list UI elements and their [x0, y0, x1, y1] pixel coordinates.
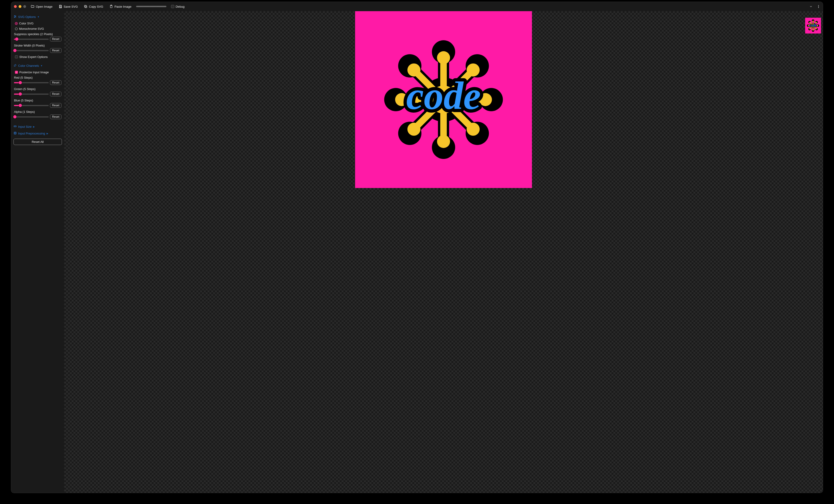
ruler-icon [14, 125, 17, 129]
debug-checkbox[interactable] [171, 5, 174, 8]
svg-options-body: Color SVG Monochrome SVG Suppress speckl… [13, 20, 63, 62]
svg-rect-0 [60, 7, 61, 8]
color-svg-label: Color SVG [19, 22, 34, 25]
green-slider[interactable] [14, 93, 49, 95]
brush-icon [14, 64, 17, 68]
chevron-right-icon: ▶ [47, 132, 48, 135]
color-channels-body: ✓ Posterize Input Image Red (5 Steps) Re… [13, 69, 63, 123]
sidebar: SVG Options ▼ Color SVG Monochrome SVG S… [11, 11, 64, 493]
slider-thumb[interactable] [15, 38, 18, 41]
svg-text:code: code [809, 23, 817, 27]
canvas-area[interactable]: code code [64, 11, 823, 493]
save-svg-button[interactable]: Save SVG [57, 4, 79, 9]
copy-svg-label: Copy SVG [89, 5, 103, 8]
svg-point-78 [812, 29, 814, 31]
alpha-slider[interactable] [14, 116, 49, 117]
chevron-right-icon: ▶ [33, 126, 35, 128]
svg-options-title: SVG Options [18, 15, 36, 19]
svg-rect-1 [85, 6, 87, 8]
thumbnail-logo: code code [806, 19, 820, 32]
zoom-window-button[interactable] [23, 5, 26, 8]
window-controls [14, 5, 26, 8]
logo-text: code [406, 74, 481, 117]
reset-suppress-speckles-button[interactable]: Reset [50, 37, 62, 41]
section-header-input-size[interactable]: Input Size ▶ [13, 123, 63, 130]
red-slider[interactable] [14, 82, 49, 83]
svg-point-70 [812, 20, 814, 22]
blue-label: Blue (5 Steps) [14, 98, 62, 103]
input-size-title: Input Size [18, 125, 32, 128]
copy-svg-button[interactable]: Copy SVG [82, 4, 105, 9]
toolbar-slider[interactable] [136, 6, 167, 7]
show-expert-label: Show Expert Options [19, 55, 48, 59]
stroke-width-label: Stroke Width (0 Pixels) [14, 43, 62, 48]
close-window-button[interactable] [14, 5, 17, 8]
color-channels-title: Color Channels [18, 64, 39, 67]
vectorized-logo: code code [378, 35, 509, 165]
section-header-svg-options[interactable]: SVG Options ▼ [13, 14, 63, 20]
green-label: Green (5 Steps) [14, 86, 62, 91]
chevron-down-icon: ▼ [41, 64, 43, 67]
radio-color-svg[interactable]: Color SVG [14, 21, 62, 26]
toolbar-dropdown-button[interactable] [809, 5, 813, 8]
minimize-window-button[interactable] [19, 5, 21, 8]
svg-point-36 [437, 51, 450, 64]
reset-alpha-button[interactable]: Reset [50, 114, 62, 119]
checkbox-icon [15, 56, 18, 59]
svg-point-8 [15, 15, 15, 16]
slider-thumb[interactable] [19, 104, 22, 107]
mono-svg-label: Monochrome SVG [19, 27, 44, 30]
app-window: Open Image Save SVG Copy SVG Paste Image… [11, 2, 823, 493]
slider-thumb[interactable] [19, 92, 22, 96]
svg-rect-16 [15, 132, 16, 134]
posterize-label: Posterize Input Image [19, 70, 49, 74]
debug-label: Debug [176, 5, 184, 8]
slider-thumb[interactable] [19, 81, 22, 84]
layers-icon [14, 131, 17, 135]
main-artboard: code code [355, 11, 532, 188]
clipboard-icon [109, 5, 113, 8]
suppress-speckles-slider[interactable] [14, 39, 49, 40]
reset-green-button[interactable]: Reset [50, 92, 62, 96]
output-thumbnail[interactable]: code code [805, 18, 821, 34]
save-svg-label: Save SVG [64, 5, 78, 8]
red-label: Red (5 Steps) [14, 75, 62, 80]
svg-point-74 [817, 25, 818, 26]
slider-thumb[interactable] [13, 49, 17, 52]
paste-image-button[interactable]: Paste Image [108, 4, 133, 9]
open-image-button[interactable]: Open Image [29, 4, 54, 9]
input-preprocessing-title: Input Preprocessing [18, 132, 45, 135]
stroke-width-slider[interactable] [14, 50, 49, 51]
copy-icon [84, 5, 87, 8]
radio-icon [15, 22, 18, 25]
svg-point-9 [15, 16, 16, 17]
reset-stroke-width-button[interactable]: Reset [50, 48, 62, 53]
section-header-input-preprocessing[interactable]: Input Preprocessing ▶ [13, 130, 63, 137]
debug-toggle[interactable]: Debug [170, 4, 186, 9]
slider-thumb[interactable] [13, 115, 17, 118]
paste-image-label: Paste Image [114, 5, 131, 8]
blue-slider[interactable] [14, 105, 49, 106]
radio-icon [15, 27, 18, 30]
posterize-toggle[interactable]: ✓ Posterize Input Image [14, 70, 62, 75]
titlebar: Open Image Save SVG Copy SVG Paste Image… [11, 2, 823, 11]
save-icon [59, 5, 62, 8]
alpha-label: Alpha (1 Steps) [14, 109, 62, 114]
app-body: SVG Options ▼ Color SVG Monochrome SVG S… [11, 11, 823, 493]
section-header-color-channels[interactable]: Color Channels ▼ [13, 62, 63, 69]
svg-rect-2 [85, 5, 86, 7]
open-image-label: Open Image [36, 5, 52, 8]
svg-point-44 [437, 135, 450, 148]
svg-point-10 [14, 17, 15, 18]
folder-icon [31, 5, 35, 8]
reset-blue-button[interactable]: Reset [50, 103, 62, 108]
show-expert-options-toggle[interactable]: Show Expert Options [14, 54, 62, 60]
reset-red-button[interactable]: Reset [50, 80, 62, 85]
sliders-icon [14, 15, 17, 19]
reset-all-button[interactable]: Reset All [14, 139, 62, 145]
chevron-down-icon: ▼ [37, 16, 40, 18]
suppress-speckles-label: Suppress speckles (2 Pixels) [14, 31, 62, 36]
radio-monochrome-svg[interactable]: Monochrome SVG [14, 26, 62, 31]
checkbox-icon: ✓ [15, 71, 18, 74]
more-menu-button[interactable] [817, 5, 820, 8]
